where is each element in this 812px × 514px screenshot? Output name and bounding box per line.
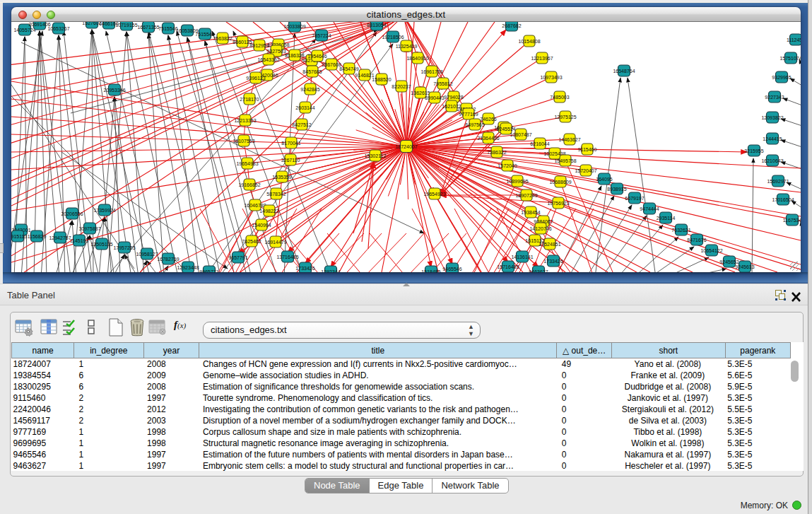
svg-text:2867608: 2867608 xyxy=(322,62,341,67)
svg-text:14055724: 14055724 xyxy=(13,28,35,33)
svg-text:7386322: 7386322 xyxy=(487,150,506,155)
svg-text:1938454: 1938454 xyxy=(521,210,540,215)
svg-text:6216044: 6216044 xyxy=(530,141,549,146)
svg-text:10899695: 10899695 xyxy=(506,179,528,184)
svg-text:9329965: 9329965 xyxy=(772,75,791,80)
svg-text:10719155: 10719155 xyxy=(115,23,137,28)
svg-text:12975125: 12975125 xyxy=(554,115,576,119)
svg-text:8170041: 8170041 xyxy=(281,141,300,146)
svg-text:8990443: 8990443 xyxy=(425,95,444,100)
svg-text:9465546: 9465546 xyxy=(442,267,461,271)
svg-text:6679197: 6679197 xyxy=(625,196,644,201)
svg-text:20953346: 20953346 xyxy=(103,88,125,93)
svg-text:1535359: 1535359 xyxy=(272,175,291,180)
svg-text:1518485: 1518485 xyxy=(421,269,440,273)
svg-text:12213967: 12213967 xyxy=(531,56,553,61)
svg-text:746266: 746266 xyxy=(480,117,496,122)
svg-text:9242845: 9242845 xyxy=(300,87,319,92)
svg-text:15495758: 15495758 xyxy=(554,158,576,163)
svg-text:7515546: 7515546 xyxy=(195,32,214,37)
svg-text:2603144: 2603144 xyxy=(295,105,314,110)
svg-text:7625402: 7625402 xyxy=(242,239,261,244)
svg-text:17957255: 17957255 xyxy=(113,245,135,250)
svg-text:16107553: 16107553 xyxy=(233,139,254,144)
svg-text:1156829: 1156829 xyxy=(28,234,47,239)
svg-text:10688609: 10688609 xyxy=(549,180,571,185)
svg-text:18907249: 18907249 xyxy=(515,193,537,198)
svg-text:12505135: 12505135 xyxy=(90,242,112,247)
svg-text:19654923: 19654923 xyxy=(423,192,445,197)
svg-text:7857224: 7857224 xyxy=(312,33,331,38)
svg-text:3267110: 3267110 xyxy=(281,158,300,163)
svg-text:16914479: 16914479 xyxy=(264,240,286,245)
svg-text:9115460: 9115460 xyxy=(578,147,597,152)
svg-text:14120746: 14120746 xyxy=(529,226,551,231)
svg-text:15692971: 15692971 xyxy=(767,179,789,184)
svg-text:10154808: 10154808 xyxy=(518,39,540,44)
svg-text:16543362: 16543362 xyxy=(257,57,279,62)
svg-text:16033809: 16033809 xyxy=(283,24,305,29)
svg-text:15716485: 15716485 xyxy=(497,264,519,269)
svg-text:7485003: 7485003 xyxy=(550,95,569,100)
svg-text:9657791: 9657791 xyxy=(228,255,247,260)
svg-text:9965771: 9965771 xyxy=(199,269,218,273)
svg-text:7632621: 7632621 xyxy=(671,228,690,233)
svg-text:19756923: 19756923 xyxy=(547,201,569,206)
svg-text:12923448: 12923448 xyxy=(177,265,199,270)
svg-text:30975887: 30975887 xyxy=(78,226,100,231)
svg-text:13716485: 13716485 xyxy=(276,255,298,259)
svg-text:12093822: 12093822 xyxy=(761,115,783,120)
svg-text:10654122: 10654122 xyxy=(700,248,722,253)
svg-text:15302112: 15302112 xyxy=(365,153,387,158)
svg-text:9777169: 9777169 xyxy=(459,112,478,117)
svg-text:1733426: 1733426 xyxy=(543,259,563,264)
svg-text:16671355: 16671355 xyxy=(137,25,159,30)
svg-text:9396123: 9396123 xyxy=(246,76,265,81)
svg-text:1498222: 1498222 xyxy=(259,209,278,214)
svg-text:12942757: 12942757 xyxy=(49,235,71,240)
svg-text:15720407: 15720407 xyxy=(575,168,596,173)
svg-text:17359924: 17359924 xyxy=(93,208,115,213)
svg-text:7515546: 7515546 xyxy=(158,26,177,31)
svg-text:19218506: 19218506 xyxy=(382,35,404,40)
svg-text:18724007: 18724007 xyxy=(395,144,417,149)
svg-text:7563822: 7563822 xyxy=(213,36,232,41)
svg-text:8186328: 8186328 xyxy=(285,53,304,58)
svg-text:10973493: 10973493 xyxy=(540,75,562,80)
svg-text:16961758: 16961758 xyxy=(420,69,442,74)
svg-text:8457685: 8457685 xyxy=(302,69,322,74)
svg-text:3915113: 3915113 xyxy=(11,234,27,239)
svg-text:1572040: 1572040 xyxy=(498,163,517,168)
svg-text:9794028: 9794028 xyxy=(444,95,463,100)
svg-text:1244415: 1244415 xyxy=(763,136,782,141)
svg-text:10653267: 10653267 xyxy=(47,26,69,31)
svg-text:8454749: 8454749 xyxy=(339,66,358,71)
svg-text:2935114: 2935114 xyxy=(657,216,676,221)
svg-text:9245652: 9245652 xyxy=(719,259,739,264)
svg-text:1540994: 1540994 xyxy=(252,223,271,228)
svg-text:8938915: 8938915 xyxy=(607,187,626,192)
svg-text:14136141: 14136141 xyxy=(511,255,533,259)
svg-text:8471676: 8471676 xyxy=(687,238,706,243)
svg-text:16046788: 16046788 xyxy=(244,203,266,208)
svg-text:9245613: 9245613 xyxy=(735,264,754,269)
svg-text:19524851: 19524851 xyxy=(539,242,560,247)
svg-text:12213353: 12213353 xyxy=(234,118,256,123)
svg-text:21364436: 21364436 xyxy=(477,136,499,141)
svg-text:9463627: 9463627 xyxy=(529,269,548,273)
svg-text:9474444: 9474444 xyxy=(640,206,659,211)
svg-text:10958127: 10958127 xyxy=(136,252,158,257)
svg-text:1112458: 1112458 xyxy=(787,37,801,42)
svg-text:1362615: 1362615 xyxy=(411,90,430,95)
svg-text:9227343: 9227343 xyxy=(765,95,784,100)
svg-text:6497565: 6497565 xyxy=(465,122,484,127)
svg-text:16548764: 16548764 xyxy=(613,69,635,74)
svg-text:16210643: 16210643 xyxy=(761,158,783,163)
svg-text:11325419: 11325419 xyxy=(396,44,418,49)
svg-text:8427512: 8427512 xyxy=(292,122,311,127)
svg-text:19654983: 19654983 xyxy=(236,161,258,166)
svg-text:16782759: 16782759 xyxy=(157,257,179,262)
svg-text:1733426: 1733426 xyxy=(295,266,314,271)
svg-text:19166852: 19166852 xyxy=(238,182,260,187)
svg-text:14463627: 14463627 xyxy=(558,137,580,142)
